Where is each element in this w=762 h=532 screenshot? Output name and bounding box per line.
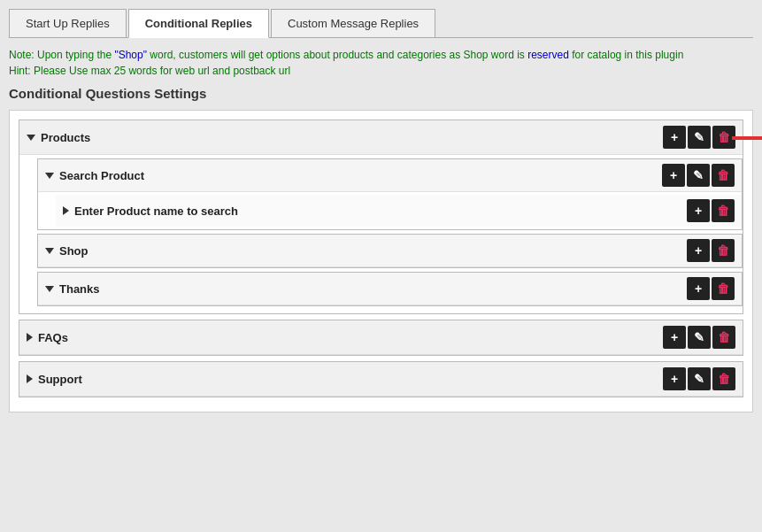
faqs-delete-button[interactable]: 🗑 (712, 326, 735, 349)
products-expand-icon[interactable] (27, 135, 35, 141)
products-header-wrapper: Products + ✎ 🗑 (19, 120, 743, 155)
shop-label: Shop (45, 244, 89, 258)
support-label: Support (27, 373, 82, 386)
content-area: Products + ✎ 🗑 (9, 110, 753, 412)
faqs-label: FAQs (27, 331, 68, 344)
search-product-expand-icon[interactable] (45, 173, 54, 179)
products-children: Search Product + ✎ 🗑 Ent (37, 155, 743, 313)
tab-conditional[interactable]: Conditional Replies (128, 9, 269, 38)
products-label: Products (27, 131, 90, 144)
group-faqs: FAQs + ✎ 🗑 (19, 320, 743, 356)
tab-bar: Start Up Replies Conditional Replies Cus… (9, 9, 753, 38)
tab-custom[interactable]: Custom Message Replies (271, 9, 435, 37)
search-product-title: Search Product (59, 169, 144, 182)
thanks-label: Thanks (45, 282, 100, 296)
products-group-header: Products + ✎ 🗑 (19, 120, 743, 155)
support-expand-icon[interactable] (27, 374, 33, 383)
enter-product-add-button[interactable]: + (687, 199, 710, 222)
note-shop-word: "Shop" (114, 49, 147, 61)
shop-actions: + 🗑 (687, 239, 735, 262)
thanks-delete-button[interactable]: 🗑 (712, 277, 735, 300)
shop-title: Shop (59, 244, 89, 258)
thanks-expand-icon[interactable] (45, 286, 54, 292)
shop-add-button[interactable]: + (687, 239, 710, 262)
search-product-label: Search Product (45, 169, 144, 182)
products-edit-button[interactable]: ✎ (688, 126, 711, 149)
search-product-add-button[interactable]: + (662, 164, 685, 187)
faqs-add-button[interactable]: + (663, 326, 686, 349)
faqs-actions: + ✎ 🗑 (663, 326, 735, 349)
products-add-button[interactable]: + (663, 126, 686, 149)
enter-product-actions: + 🗑 (687, 199, 735, 222)
group-search-product: Search Product + ✎ 🗑 Ent (37, 158, 743, 230)
thanks-add-button[interactable]: + (687, 277, 710, 300)
shop-header: Shop + 🗑 (38, 235, 742, 267)
support-title: Support (38, 373, 82, 386)
shop-expand-icon[interactable] (45, 248, 54, 254)
search-product-actions: + ✎ 🗑 (662, 164, 735, 187)
support-delete-button[interactable]: 🗑 (712, 367, 735, 390)
group-support: Support + ✎ 🗑 (19, 361, 743, 397)
enter-product-expand-icon[interactable] (63, 206, 69, 215)
note-suffix1: word, customers will get options about p… (147, 49, 527, 61)
thanks-title: Thanks (59, 282, 100, 296)
faqs-expand-icon[interactable] (27, 333, 33, 342)
products-title: Products (41, 131, 90, 144)
red-arrow-indicator (732, 127, 762, 149)
support-add-button[interactable]: + (663, 367, 686, 390)
thanks-actions: + 🗑 (687, 277, 735, 300)
main-container: Start Up Replies Conditional Replies Cus… (0, 0, 762, 532)
faqs-header: FAQs + ✎ 🗑 (19, 320, 743, 355)
support-actions: + ✎ 🗑 (663, 367, 735, 390)
group-shop: Shop + 🗑 (37, 234, 743, 268)
faqs-title: FAQs (38, 331, 68, 344)
enter-product-delete-button[interactable]: 🗑 (712, 199, 735, 222)
enter-product-label: Enter Product name to search (63, 204, 238, 218)
note-suffix2: for catalog in this plugin (569, 49, 683, 61)
note-line1: Note: Upon typing the "Shop" word, custo… (9, 47, 753, 63)
group-products: Products + ✎ 🗑 (19, 120, 743, 314)
note-section: Note: Upon typing the "Shop" word, custo… (9, 47, 753, 79)
faqs-edit-button[interactable]: ✎ (688, 326, 711, 349)
note-reserved-word: reserved (527, 49, 569, 61)
search-product-children: Enter Product name to search + 🗑 (56, 192, 742, 229)
search-product-edit-button[interactable]: ✎ (687, 164, 710, 187)
support-header: Support + ✎ 🗑 (19, 362, 743, 397)
enter-product-title: Enter Product name to search (74, 204, 238, 218)
enter-product-row: Enter Product name to search + 🗑 (56, 195, 742, 227)
tab-startup[interactable]: Start Up Replies (9, 9, 127, 37)
shop-delete-button[interactable]: 🗑 (712, 239, 735, 262)
support-edit-button[interactable]: ✎ (688, 367, 711, 390)
group-thanks: Thanks + 🗑 (37, 272, 743, 306)
note-prefix: Note: Upon typing the (9, 49, 114, 61)
products-actions: + ✎ 🗑 (663, 126, 735, 149)
section-heading: Conditional Questions Settings (9, 86, 753, 101)
search-product-delete-button[interactable]: 🗑 (712, 164, 735, 187)
search-product-header: Search Product + ✎ 🗑 (38, 159, 742, 192)
note-line2: Hint: Please Use max 25 words for web ur… (9, 63, 753, 79)
thanks-header: Thanks + 🗑 (38, 273, 742, 305)
